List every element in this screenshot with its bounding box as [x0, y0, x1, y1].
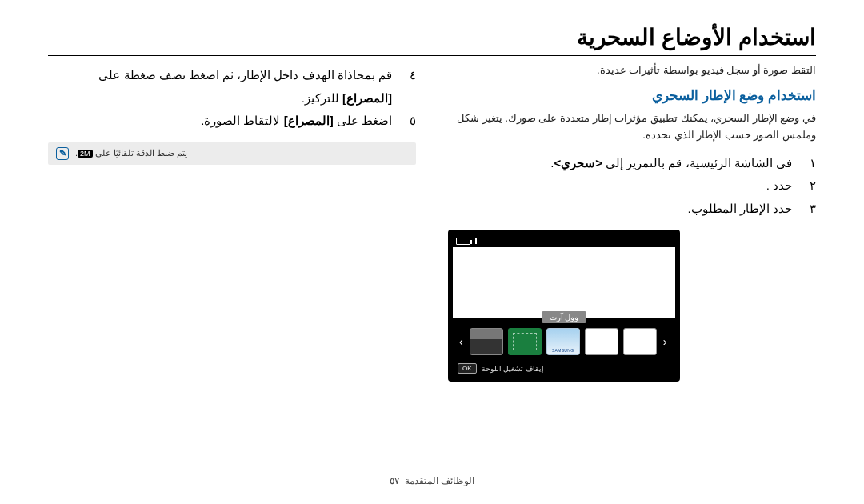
step-text: حدد .: [448, 174, 792, 198]
device-preview-area: [453, 247, 675, 318]
step-post: لالتقاط الصورة.: [201, 114, 284, 127]
magic-bold: <سحري>: [554, 156, 602, 170]
page-footer: الوظائف المتقدمة ٥٧: [0, 475, 864, 486]
step-text: اضغط على [المصراع] لالتقاط الصورة.: [48, 110, 392, 133]
chevron-right-icon[interactable]: ›: [662, 335, 669, 348]
chevron-left-icon[interactable]: ‹: [458, 335, 465, 348]
step-1: ١ في الشاشة الرئيسية، قم بالتمرير إلى <س…: [448, 152, 816, 175]
resolution-badge: 2M: [78, 150, 93, 158]
step-text: قم بمحاذاة الهدف داخل الإطار، ثم اضغط نص…: [48, 64, 392, 110]
footer-page-number: ٥٧: [390, 475, 399, 486]
section-description: في وضع الإطار السحري، يمكنك تطبيق مؤثرات…: [448, 110, 816, 144]
step-number: ٤: [403, 64, 416, 87]
frame-label: وول آرت: [542, 311, 587, 323]
shutter-bold: [المصراع]: [284, 114, 334, 127]
step-post: للتركيز.: [302, 91, 342, 105]
step-text: في الشاشة الرئيسية، قم بالتمرير إلى <سحر…: [448, 152, 792, 175]
two-column-layout: ٤ قم بمحاذاة الهدف داخل الإطار، ثم اضغط …: [48, 64, 816, 382]
frame-thumbnail-strip: ‹ ›: [453, 323, 675, 360]
right-column: التقط صورة أو سجل فيديو بواسطة تأثيرات ع…: [448, 64, 816, 382]
battery-icon: [456, 238, 470, 245]
frame-thumb[interactable]: [546, 328, 580, 355]
step-number: ٢: [803, 174, 816, 198]
title-rule: [48, 55, 816, 56]
left-column: ٤ قم بمحاذاة الهدف داخل الإطار، ثم اضغط …: [48, 64, 416, 382]
step-number: ١: [803, 152, 816, 175]
frame-thumb[interactable]: [585, 328, 618, 355]
device-bottom-bar: إيقاف تشغيل اللوحة OK: [453, 360, 675, 377]
ok-button[interactable]: OK: [458, 363, 477, 374]
step-pre: في الشاشة الرئيسية، قم بالتمرير إلى: [602, 156, 792, 170]
shutter-bold: [المصراع]: [342, 91, 392, 105]
step-pre: اضغط على: [334, 114, 392, 127]
step-text: حدد الإطار المطلوب.: [448, 198, 792, 221]
section-subhead: استخدام وضع الإطار السحري: [448, 87, 816, 104]
device-status-bar: [453, 234, 675, 247]
device-screenshot: وول آرت ‹ › إيقاف تشغيل اللوحة OK: [448, 230, 680, 382]
frame-thumb[interactable]: [470, 328, 503, 355]
page-title: استخدام الأوضاع السحرية: [48, 24, 816, 50]
info-icon: ✎: [56, 147, 69, 160]
frame-thumb[interactable]: [623, 328, 657, 355]
intro-text: التقط صورة أو سجل فيديو بواسطة تأثيرات ع…: [448, 64, 816, 76]
panel-off-label: إيقاف تشغيل اللوحة: [482, 365, 544, 373]
note-text-content: يتم ضبط الدقة تلقائيًا على: [93, 148, 187, 158]
note-box: يتم ضبط الدقة تلقائيًا على 2M. ✎: [48, 142, 416, 165]
step-5: ٥ اضغط على [المصراع] لالتقاط الصورة.: [48, 110, 416, 133]
note-text: يتم ضبط الدقة تلقائيًا على 2M.: [75, 148, 187, 158]
step-number: ٣: [803, 198, 816, 221]
step-pre: قم بمحاذاة الهدف داخل الإطار، ثم اضغط نص…: [98, 68, 392, 82]
footer-section: الوظائف المتقدمة: [405, 475, 474, 486]
step-3: ٣ حدد الإطار المطلوب.: [448, 198, 816, 221]
step-2: ٢ حدد .: [448, 174, 816, 198]
signal-icon: [475, 238, 477, 244]
step-number: ٥: [403, 110, 416, 133]
step-pre: حدد الإطار المطلوب.: [687, 202, 792, 215]
step-pre: حدد: [770, 178, 792, 192]
step-4: ٤ قم بمحاذاة الهدف داخل الإطار، ثم اضغط …: [48, 64, 416, 110]
frame-thumb[interactable]: [508, 328, 542, 355]
